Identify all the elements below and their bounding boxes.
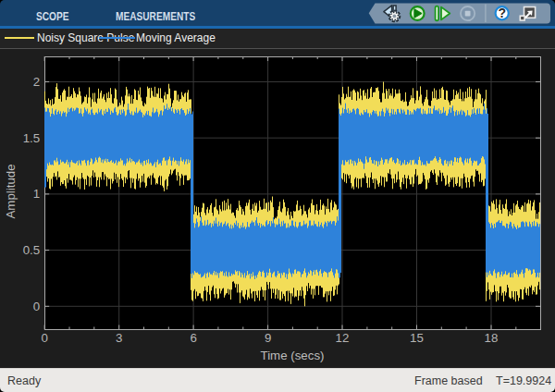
svg-text:0: 0: [33, 300, 40, 313]
svg-text:0.5: 0.5: [23, 243, 41, 257]
svg-text:15: 15: [410, 331, 424, 345]
svg-text:?: ?: [499, 6, 507, 20]
svg-text:12: 12: [336, 331, 350, 345]
svg-text:1.5: 1.5: [23, 131, 41, 145]
svg-text:0: 0: [41, 331, 47, 345]
svg-text:3: 3: [116, 331, 122, 345]
svg-text:1: 1: [33, 187, 40, 201]
svg-text:9: 9: [265, 331, 271, 345]
svg-text:2: 2: [33, 75, 40, 89]
svg-text:6: 6: [190, 331, 196, 345]
svg-text:Time (secs): Time (secs): [261, 349, 325, 362]
svg-text:18: 18: [485, 331, 499, 345]
svg-text:Amplitude: Amplitude: [4, 164, 18, 218]
